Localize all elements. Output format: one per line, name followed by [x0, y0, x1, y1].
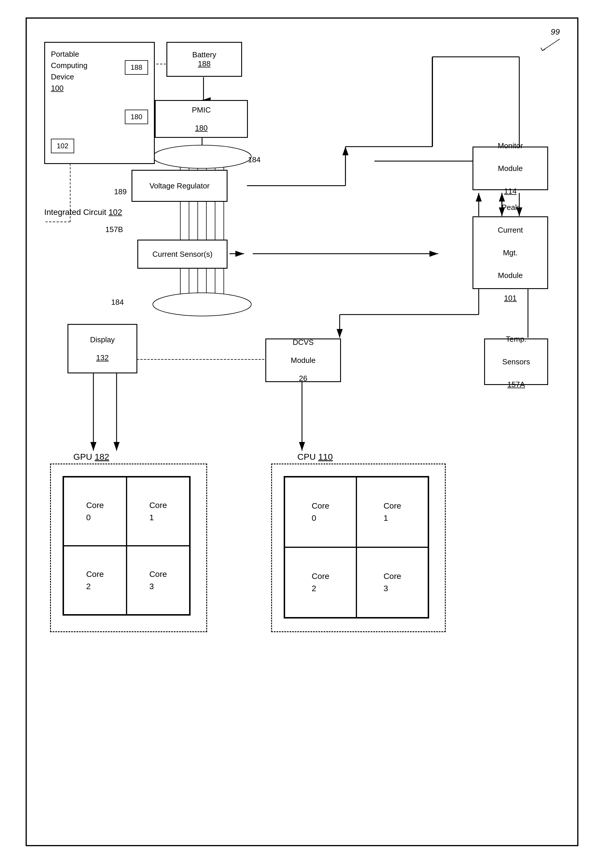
gpu-core-3: Core3: [127, 546, 190, 615]
gpu-core-2: Core2: [64, 546, 127, 615]
ref-184-mid-label: 184: [111, 298, 124, 307]
cpu-core-1: Core1: [356, 477, 428, 547]
ref-arrow-icon: [534, 33, 568, 56]
gpu-label: GPU 182: [73, 452, 109, 462]
gpu-core-grid: Core0 Core1 Core2 Core3: [62, 476, 191, 615]
monitor-box: Monitor Module 114: [472, 147, 548, 190]
cpu-core-grid: Core0 Core1 Core2 Core3: [284, 476, 429, 618]
dcvs-box: DCVS Module 26: [266, 338, 341, 382]
display-box: Display 132: [67, 324, 137, 374]
svg-line-44: [542, 39, 560, 51]
cpu-label: CPU 110: [297, 452, 333, 462]
gpu-box: Core0 Core1 Core2 Core3: [50, 463, 207, 632]
ref-157b-label: 157B: [105, 225, 123, 234]
pcd-box-102: 102: [51, 139, 74, 153]
diagram-container: 99 Portable Computing Device 100 188 180…: [26, 17, 578, 846]
battery-box: Battery 188: [166, 42, 242, 77]
pcm-box: Peak Current Mgt. Module 101: [472, 216, 548, 289]
current-sensor-box: Current Sensor(s): [137, 240, 228, 269]
pcd-box-188: 188: [125, 60, 148, 75]
cpu-core-3: Core3: [356, 547, 428, 618]
pcd-box-180: 180: [125, 110, 148, 124]
pcd-box: Portable Computing Device 100 188 180 10…: [44, 42, 155, 164]
svg-point-17: [153, 145, 252, 168]
vreg-box: Voltage Regulator: [132, 170, 228, 202]
pmic-box: PMIC 180: [155, 100, 248, 138]
gpu-core-0: Core0: [64, 477, 127, 546]
ref-184-top-label: 184: [248, 155, 260, 164]
gpu-core-1: Core1: [127, 477, 190, 546]
pcd-label: Portable Computing Device 100: [51, 48, 88, 94]
cpu-box: Core0 Core1 Core2 Core3: [271, 463, 446, 632]
cpu-core-2: Core2: [284, 547, 356, 618]
temp-sensors-box: Temp. Sensors 157A: [484, 338, 548, 385]
ic-label: Integrated Circuit 102: [44, 208, 122, 217]
ref-189-label: 189: [114, 187, 127, 196]
svg-point-18: [153, 293, 252, 316]
cpu-core-0: Core0: [284, 477, 356, 547]
